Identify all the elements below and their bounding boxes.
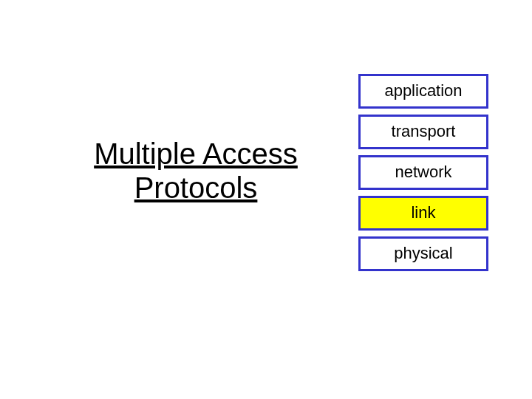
layer-application: application — [358, 74, 488, 109]
layer-network: network — [358, 155, 488, 190]
layer-physical: physical — [358, 236, 488, 271]
network-layer-stack: application transport network link physi… — [358, 74, 488, 277]
layer-transport: transport — [358, 115, 488, 149]
slide: Multiple Access Protocols application tr… — [0, 0, 532, 399]
slide-title: Multiple Access Protocols — [70, 137, 321, 205]
layer-link: link — [358, 196, 488, 231]
